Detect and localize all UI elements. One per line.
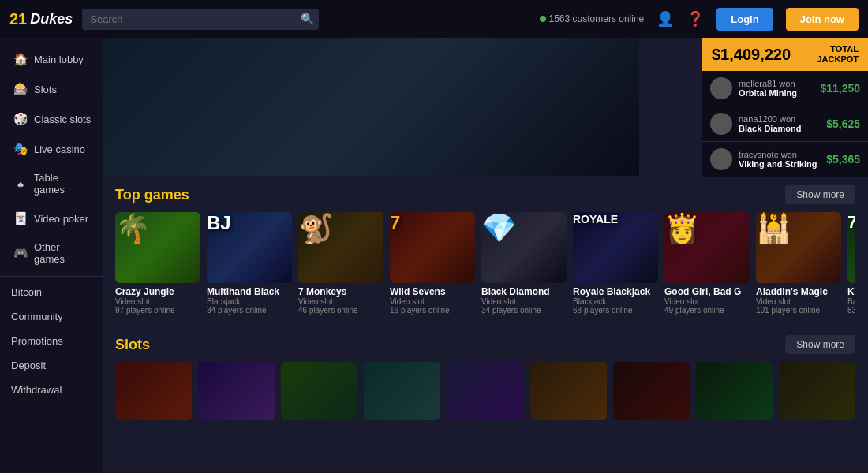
jackpot-winner-3: tracysnote won Viking and Striking $5,36… [702, 142, 868, 177]
slot-thumb-8[interactable] [696, 362, 773, 420]
game-card-royale[interactable]: ROYALE Royale Blackjack Blackjack 68 pla… [573, 212, 658, 316]
slots-grid [115, 362, 855, 420]
sidebar-label-classic-slots: Classic slots [34, 114, 91, 125]
game-type-aladdins: Video slot [756, 297, 841, 306]
slot-thumb-4[interactable] [364, 362, 440, 420]
sidebar-item-video-poker[interactable]: 🃏 Video poker [0, 203, 103, 233]
game-info-keno: Keno Baccarat 83 players online [847, 283, 855, 316]
game-info-black-diamond: Black Diamond Video slot 34 players onli… [481, 283, 567, 316]
game-info-multihand: Multihand Black Blackjack 34 players onl… [207, 283, 292, 316]
slot-thumb-2[interactable] [198, 362, 275, 420]
sidebar-link-withdrawal[interactable]: Withdrawal [0, 378, 103, 402]
winner-info-2: nana1200 won Black Diamond [739, 114, 820, 133]
main-content: $1,409,220 TOTAL JACKPOT mellera81 won O… [103, 38, 868, 473]
slot-thumb-1[interactable] [115, 362, 192, 420]
sidebar-item-slots[interactable]: 🎰 Slots [0, 74, 103, 104]
game-thumb-keno: 7 KENO [847, 212, 855, 283]
game-thumb-7monkeys: 🐒 [298, 212, 383, 283]
search-button[interactable]: 🔍 [301, 13, 314, 25]
slot-thumb-9[interactable] [779, 362, 855, 420]
game-card-good-girl[interactable]: 👸 Good Girl, Bad G Video slot 49 players… [664, 212, 750, 316]
slots-show-more[interactable]: Show more [785, 335, 855, 354]
royale-text: ROYALE [573, 213, 618, 225]
sidebar-item-table-games[interactable]: ♠ Table games [0, 164, 103, 203]
game-card-crazy-jungle[interactable]: 🌴 Crazy Jungle Video slot 97 players onl… [115, 212, 200, 316]
game-players-royale: 68 players online [573, 306, 658, 315]
sevens-text: 7 [390, 212, 400, 233]
game-players-black-diamond: 34 players online [481, 306, 567, 315]
other-icon: 🎮 [13, 246, 28, 260]
slot-thumb-5[interactable] [447, 362, 523, 420]
game-card-7monkeys[interactable]: 🐒 7 Monkeys Video slot 46 players online [298, 212, 383, 316]
game-players-7monkeys: 46 players online [298, 306, 383, 315]
game-thumb-aladdins: 🕌 [756, 212, 841, 283]
classic-icon: 🎲 [13, 112, 28, 126]
sidebar-item-classic-slots[interactable]: 🎲 Classic slots [0, 104, 103, 134]
aladdin-icon: 🕌 [756, 212, 791, 244]
game-players-keno: 83 players online [847, 306, 855, 315]
sidebar-label-video-poker: Video poker [34, 213, 88, 225]
slot-thumb-7[interactable] [613, 362, 690, 420]
crazy-jungle-icon: 🌴 [115, 212, 151, 244]
sidebar-item-live-casino[interactable]: 🎭 Live casino [0, 134, 103, 164]
slot-thumb-3[interactable] [281, 362, 357, 420]
game-type-black-diamond: Video slot [481, 297, 567, 306]
game-name-crazy-jungle: Crazy Jungle [115, 286, 200, 297]
customers-online-indicator: 1563 customers online [540, 13, 645, 24]
sidebar-link-bitcoin[interactable]: Bitcoin [0, 280, 103, 304]
user-icon-button[interactable]: 👤 [657, 10, 674, 28]
top-games-show-more[interactable]: Show more [785, 185, 855, 204]
game-card-wild-sevens[interactable]: 7 Wild Sevens Video slot 16 players onli… [390, 212, 475, 316]
join-button[interactable]: Join now [786, 8, 859, 31]
multihand-text: BJ [207, 212, 231, 233]
sidebar-label-live-casino: Live casino [34, 143, 85, 155]
sidebar-label-slots: Slots [34, 84, 57, 95]
hero-area: $1,409,220 TOTAL JACKPOT mellera81 won O… [103, 38, 868, 176]
game-name-good-girl: Good Girl, Bad G [664, 286, 750, 297]
top-games-grid: 🌴 Crazy Jungle Video slot 97 players onl… [115, 212, 855, 316]
table-icon: ♠ [13, 177, 28, 191]
game-card-keno[interactable]: 7 KENO Keno Baccarat 83 players online [847, 212, 855, 316]
home-icon: 🏠 [13, 52, 28, 66]
winner-name-1: mellera81 won [739, 79, 814, 88]
top-games-title: Top games [115, 187, 189, 203]
winner-avatar-3 [710, 148, 732, 170]
winner-game-1: Orbital Mining [739, 88, 814, 98]
logo[interactable]: 21 Dukes [9, 10, 73, 28]
sidebar-item-main-lobby[interactable]: 🏠 Main lobby [0, 44, 103, 74]
live-icon: 🎭 [13, 142, 28, 156]
sidebar-link-community[interactable]: Community [0, 304, 103, 329]
sidebar-link-promotions[interactable]: Promotions [0, 329, 103, 353]
game-card-aladdins[interactable]: 🕌 Aladdin's Magic Video slot 101 players… [756, 212, 841, 316]
sidebar-label-table-games: Table games [34, 172, 92, 196]
game-players-crazy-jungle: 97 players online [115, 306, 200, 315]
game-info-royale: Royale Blackjack Blackjack 68 players on… [573, 283, 658, 316]
game-info-wild-sevens: Wild Sevens Video slot 16 players online [390, 283, 475, 316]
slots-header: Slots Show more [115, 335, 855, 354]
winner-avatar-2 [710, 113, 732, 135]
header-right: 1563 customers online 👤 ❓ Login Join now [540, 8, 859, 31]
game-type-multihand: Blackjack [207, 297, 292, 306]
sidebar-item-other-games[interactable]: 🎮 Other games [0, 233, 103, 273]
game-name-royale: Royale Blackjack [573, 286, 658, 297]
good-girl-icon: 👸 [664, 212, 700, 244]
winner-name-2: nana1200 won [739, 114, 820, 124]
slots-icon: 🎰 [13, 82, 28, 96]
search-input[interactable] [82, 9, 319, 30]
slot-thumb-6[interactable] [530, 362, 607, 420]
help-icon-button[interactable]: ❓ [687, 10, 704, 28]
sidebar-divider [0, 276, 103, 277]
game-card-multihand[interactable]: BJ Multihand Black Blackjack 34 players … [207, 212, 292, 316]
logo-text: Dukes [30, 11, 73, 28]
sidebar-link-deposit[interactable]: Deposit [0, 353, 103, 378]
search-wrap: 🔍 [82, 9, 319, 30]
game-name-7monkeys: 7 Monkeys [298, 286, 383, 297]
login-button[interactable]: Login [716, 8, 773, 31]
game-type-crazy-jungle: Video slot [115, 297, 200, 306]
jackpot-winner-2: nana1200 won Black Diamond $5,625 [702, 106, 868, 142]
game-info-7monkeys: 7 Monkeys Video slot 46 players online [298, 283, 383, 316]
winner-name-3: tracysnote won [739, 150, 820, 159]
jackpot-header: $1,409,220 TOTAL JACKPOT [702, 38, 868, 71]
game-card-black-diamond[interactable]: 💎 Black Diamond Video slot 34 players on… [481, 212, 567, 316]
game-info-crazy-jungle: Crazy Jungle Video slot 97 players onlin… [115, 283, 200, 316]
